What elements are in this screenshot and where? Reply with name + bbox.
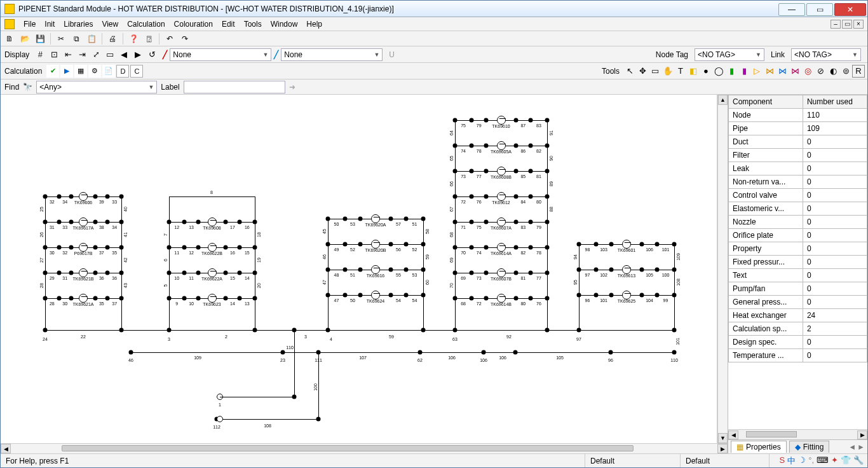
table-row[interactable]: Temperature ...0: [729, 349, 867, 362]
prop-tool-icon[interactable]: ◐: [827, 65, 839, 78]
moon-icon[interactable]: ☽: [798, 455, 806, 467]
scroll-left-icon[interactable]: ◀: [1, 444, 11, 453]
table-row[interactable]: Control valve0: [729, 189, 867, 202]
cut-icon[interactable]: ✂: [55, 32, 67, 45]
shirt-icon[interactable]: 👕: [841, 455, 851, 467]
table-row[interactable]: Elastomeric v...0: [729, 202, 867, 216]
find-type-combo[interactable]: <Any>▼: [36, 81, 157, 93]
arrow-right-icon[interactable]: ⇥: [75, 48, 89, 62]
calc-settings-icon[interactable]: ⚙: [88, 65, 101, 78]
duct-tool-icon[interactable]: ▮: [725, 65, 738, 78]
report-icon[interactable]: 📄: [102, 65, 115, 78]
table-row[interactable]: Text0: [729, 269, 867, 282]
table-row[interactable]: Pump/fan0: [729, 282, 867, 296]
table-row[interactable]: Filter0: [729, 149, 867, 162]
nrv-tool-icon[interactable]: ⋈: [763, 65, 776, 78]
area-tool-icon[interactable]: ▭: [649, 65, 661, 78]
snap-icon[interactable]: ⊡: [47, 48, 61, 62]
display-combo-2[interactable]: None▼: [281, 48, 383, 61]
node-tool-icon[interactable]: ●: [700, 65, 712, 78]
reset-view-icon[interactable]: ↺: [145, 48, 159, 62]
tab-prev-icon[interactable]: ◄: [848, 443, 856, 451]
menu-edit[interactable]: Edit: [222, 20, 235, 29]
copy-icon[interactable]: ⧉: [70, 32, 83, 45]
table-row[interactable]: Orifice plate0: [729, 229, 867, 242]
select-tool-icon[interactable]: ↖: [623, 65, 636, 78]
display-combo-1[interactable]: None▼: [170, 48, 271, 61]
print-icon[interactable]: 🖨: [106, 32, 119, 45]
panel-h-scrollbar[interactable]: ◀▶: [728, 429, 867, 439]
find-go-icon[interactable]: ➜: [289, 83, 295, 92]
tab-properties[interactable]: ▦Properties: [731, 441, 787, 453]
vertical-scrollbar[interactable]: ▲ ▼: [717, 95, 728, 443]
table-row[interactable]: Property0: [729, 242, 867, 256]
tab-next-icon[interactable]: ►: [857, 443, 865, 451]
binoculars-icon[interactable]: 🔭: [23, 83, 32, 92]
table-row[interactable]: General press...0: [729, 296, 867, 309]
menu-help[interactable]: Help: [306, 20, 322, 29]
close-button[interactable]: ✕: [834, 3, 866, 16]
table-row[interactable]: Pipe109: [729, 122, 867, 135]
hx-tool-icon[interactable]: R: [852, 65, 865, 78]
orifice-tool-icon[interactable]: ⊘: [814, 65, 827, 78]
run-icon[interactable]: ▶: [60, 65, 73, 78]
grid-icon[interactable]: #: [33, 48, 47, 62]
menu-tools[interactable]: Tools: [244, 20, 262, 29]
lang-icon[interactable]: 中: [787, 455, 796, 467]
menu-init[interactable]: Init: [44, 20, 55, 29]
table-row[interactable]: Duct0: [729, 135, 867, 149]
ev-tool-icon[interactable]: ⋈: [789, 65, 801, 78]
comma-icon[interactable]: °,: [808, 455, 814, 467]
c-button[interactable]: C: [130, 65, 143, 78]
h-scroll-thumb[interactable]: [62, 445, 634, 451]
paste-icon[interactable]: 📋: [85, 32, 98, 45]
table-row[interactable]: Fixed pressur...0: [729, 256, 867, 269]
new-file-icon[interactable]: 🗎: [3, 32, 16, 45]
menu-colouration[interactable]: Colouration: [174, 20, 213, 29]
table-row[interactable]: Node110: [729, 109, 867, 122]
arrow-left-icon[interactable]: ⇤: [61, 48, 75, 62]
menu-libraries[interactable]: Libraries: [64, 20, 93, 29]
scroll-down-icon[interactable]: ▼: [718, 433, 728, 443]
nodetag-combo[interactable]: <NO TAG>▼: [695, 48, 764, 61]
mdi-close-button[interactable]: ×: [853, 20, 864, 29]
open-file-icon[interactable]: 📂: [18, 32, 31, 45]
save-icon[interactable]: 💾: [34, 32, 46, 45]
context-help-icon[interactable]: ⍰: [142, 32, 155, 45]
check-icon[interactable]: ✔: [46, 65, 59, 78]
ime-icon[interactable]: S: [780, 455, 785, 467]
table-row[interactable]: Calculation sp...2: [729, 322, 867, 336]
find-label-combo[interactable]: [184, 81, 285, 93]
keyboard-icon[interactable]: ⌨: [817, 455, 829, 467]
menu-file[interactable]: File: [24, 20, 36, 29]
table-row[interactable]: Design spec.0: [729, 336, 867, 349]
pipe-tool-icon[interactable]: ◯: [712, 65, 725, 78]
menu-view[interactable]: View: [102, 20, 118, 29]
table-row[interactable]: Nozzle0: [729, 216, 867, 229]
scroll-right-icon[interactable]: ▶: [717, 444, 728, 453]
nozzle-tool-icon[interactable]: ◎: [801, 65, 814, 78]
zoom-fit-icon[interactable]: ⤢: [89, 48, 103, 62]
pump-tool-icon[interactable]: ⊚: [839, 65, 852, 78]
mdi-minimize-button[interactable]: –: [831, 20, 841, 29]
eraser-tool-icon[interactable]: ◧: [687, 65, 700, 78]
tab-fitting[interactable]: ◆Fitting: [789, 441, 830, 453]
d-button[interactable]: D: [116, 65, 129, 78]
horizontal-scrollbar[interactable]: ◀ ▶: [1, 443, 728, 453]
redo-icon[interactable]: ↷: [179, 32, 191, 45]
menu-window[interactable]: Window: [271, 20, 298, 29]
link-combo[interactable]: <NO TAG>▼: [791, 48, 861, 61]
menu-calculation[interactable]: Calculation: [127, 20, 165, 29]
results-icon[interactable]: ▦: [74, 65, 87, 78]
table-row[interactable]: Non-return va...0: [729, 176, 867, 189]
zoom-region-icon[interactable]: ▭: [103, 48, 117, 62]
undo-icon[interactable]: ↶: [163, 32, 176, 45]
schematic-canvas[interactable]: TK6960632343933TK69617A31333834P69617B30…: [1, 95, 717, 443]
zoom-in-icon[interactable]: ▶: [131, 48, 145, 62]
cv-tool-icon[interactable]: ⋈: [776, 65, 789, 78]
text-tool-icon[interactable]: T: [674, 65, 687, 78]
maximize-button[interactable]: ▭: [806, 3, 833, 16]
filter-tool-icon[interactable]: ▮: [738, 65, 750, 78]
scroll-up-icon[interactable]: ▲: [718, 95, 728, 105]
zoom-out-icon[interactable]: ◀: [117, 48, 131, 62]
